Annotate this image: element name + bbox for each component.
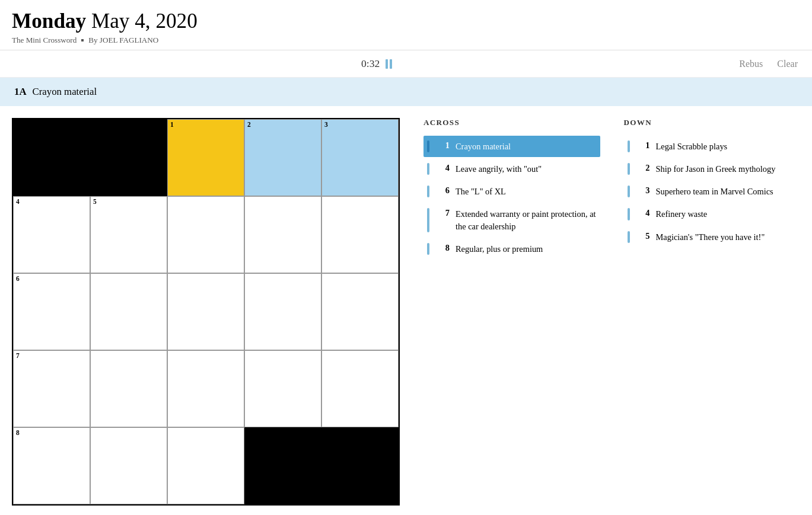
grid-cell[interactable]: 6 [13,273,90,350]
clue-indicator [628,231,630,243]
cell-number: 5 [93,199,97,206]
grid-cell[interactable] [321,427,399,504]
across-clue-item[interactable]: 6The "L" of XL [423,181,600,202]
across-clue-item[interactable]: 1Crayon material [423,136,600,157]
grid-cell[interactable] [167,350,244,427]
clue-number: 3 [638,185,650,196]
across-clue-item[interactable]: 8Regular, plus or premium [423,238,600,260]
grid-cell[interactable]: 4 [13,196,90,273]
clue-indicator [628,208,630,220]
timer-display: 0:32 [361,57,380,70]
toolbar-actions: Rebus Clear [739,59,798,69]
grid-cell[interactable]: 3 [321,119,399,196]
clue-text: Ship for Jason in Greek mythology [656,163,776,175]
clue-indicator [628,185,630,197]
grid-cell[interactable]: 7 [13,350,90,427]
grid-cell[interactable] [321,196,399,273]
clue-number: 1 [638,140,650,151]
grid-cell[interactable] [90,273,167,350]
main-content: 12345678 ACROSS 1Crayon material4Leave a… [0,106,812,515]
grid-cell[interactable] [244,273,321,350]
crossword-grid[interactable]: 12345678 [12,118,400,506]
across-clues-list: 1Crayon material4Leave angrily, with "ou… [423,136,600,260]
grid-cell[interactable] [13,119,90,196]
clue-indicator [427,163,429,175]
clue-indicator [628,163,630,175]
clue-indicator [427,208,429,232]
cell-number: 1 [170,121,174,129]
page-title: Monday May 4, 2020 [12,9,800,33]
grid-cell[interactable] [167,427,244,504]
clue-number: 2 [638,163,650,173]
grid-cell[interactable] [244,427,321,504]
clue-number: 7 [438,208,450,218]
down-clue-item[interactable]: 4Refinery waste [624,203,801,225]
clue-text: Regular, plus or premium [456,243,543,255]
grid-cell[interactable]: 2 [244,119,321,196]
clue-number: 8 [438,243,450,253]
clue-text: Refinery waste [656,208,708,220]
clue-text: The "L" of XL [456,185,506,197]
cell-number: 7 [16,353,20,360]
down-clue-item[interactable]: 1Legal Scrabble plays [624,136,801,157]
clue-number: 6 [438,185,450,196]
grid-cell[interactable] [167,196,244,273]
clue-number: 5 [638,231,650,241]
clue-text: Extended warranty or paint protection, a… [456,208,597,232]
grid-cell[interactable] [244,350,321,427]
clue-number: 4 [438,163,450,173]
pause-bar-left [386,59,388,69]
cell-number: 8 [16,430,20,437]
clue-banner: 1A Crayon material [0,78,812,106]
clear-button[interactable]: Clear [777,59,798,69]
cell-number: 2 [247,121,251,129]
down-title: DOWN [624,118,801,127]
grid-cell[interactable] [90,427,167,504]
page-header: Monday May 4, 2020 The Mini Crossword By… [0,0,812,50]
down-clue-item[interactable]: 3Superhero team in Marvel Comics [624,181,801,202]
clue-indicator [427,140,429,152]
clue-text: Superhero team in Marvel Comics [656,185,773,197]
clue-text: Magician's "There you have it!" [656,231,765,243]
clue-indicator [427,185,429,197]
across-clue-item[interactable]: 4Leave angrily, with "out" [423,158,600,180]
timer-section: 0:32 [361,57,392,70]
down-clue-item[interactable]: 2Ship for Jason in Greek mythology [624,158,801,180]
byline-separator [81,39,84,41]
clue-indicator [628,140,630,152]
grid-cell[interactable]: 5 [90,196,167,273]
clue-text: Legal Scrabble plays [656,140,728,152]
clue-banner-number: 1A [14,86,27,98]
cell-number: 6 [16,276,20,283]
grid-cell[interactable] [90,119,167,196]
down-clues-list: 1Legal Scrabble plays2Ship for Jason in … [624,136,801,248]
across-clue-item[interactable]: 7Extended warranty or paint protection, … [423,203,600,236]
grid-cell[interactable] [244,196,321,273]
toolbar: 0:32 Rebus Clear [0,50,812,78]
byline: The Mini Crossword By JOEL FAGLIANO [12,36,800,45]
clue-number: 4 [638,208,650,218]
down-clue-item[interactable]: 5Magician's "There you have it!" [624,226,801,248]
clue-banner-text: Crayon material [33,86,97,98]
cell-number: 4 [16,199,20,206]
grid-cell[interactable] [321,273,399,350]
grid-cell[interactable]: 1 [167,119,244,196]
rebus-button[interactable]: Rebus [739,59,763,69]
clues-section: ACROSS 1Crayon material4Leave angrily, w… [423,118,800,509]
grid-cell[interactable] [90,350,167,427]
clue-text: Crayon material [456,140,511,152]
clue-number: 1 [438,140,450,151]
pause-bar-right [390,59,392,69]
across-column: ACROSS 1Crayon material4Leave angrily, w… [423,118,600,509]
across-title: ACROSS [423,118,600,127]
down-column: DOWN 1Legal Scrabble plays2Ship for Jaso… [624,118,801,509]
crossword-grid-section: 12345678 [12,118,400,509]
grid-cell[interactable]: 8 [13,427,90,504]
clue-text: Leave angrily, with "out" [456,163,542,175]
grid-cell[interactable] [167,273,244,350]
grid-cell[interactable] [321,350,399,427]
cell-number: 3 [324,121,328,129]
pause-button[interactable] [386,59,392,69]
clue-indicator [427,243,429,255]
